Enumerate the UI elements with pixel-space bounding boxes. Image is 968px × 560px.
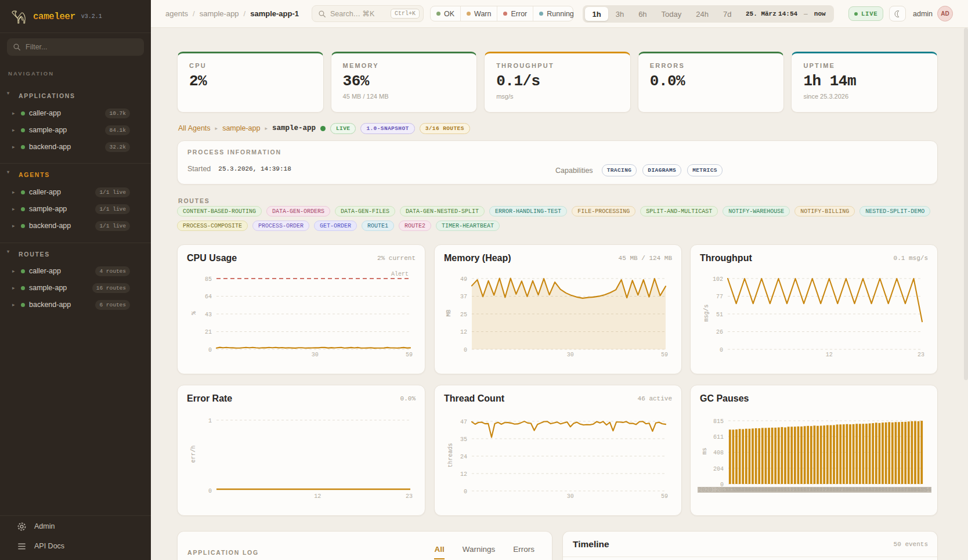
svg-text:30: 30 — [312, 352, 319, 358]
svg-text:102: 102 — [713, 276, 723, 283]
svg-text:0: 0 — [464, 347, 467, 353]
svg-text:0: 0 — [208, 347, 212, 353]
svg-text:1: 1 — [208, 418, 212, 424]
svg-text:51: 51 — [716, 312, 723, 318]
svg-text:43: 43 — [205, 312, 212, 318]
svg-text:815: 815 — [713, 418, 724, 425]
svg-text:23: 23 — [918, 352, 924, 358]
svg-text:0: 0 — [720, 347, 723, 353]
svg-text:35: 35 — [460, 436, 467, 443]
svg-text:12: 12 — [460, 329, 467, 335]
svg-text:4:5054: 4:5054 — [911, 487, 931, 493]
svg-text:12: 12 — [314, 493, 321, 500]
svg-text:49: 49 — [460, 276, 467, 283]
svg-text:21: 21 — [205, 329, 212, 335]
svg-text:26: 26 — [716, 329, 723, 335]
svg-text:37: 37 — [460, 294, 467, 300]
svg-text:77: 77 — [716, 294, 723, 300]
svg-text:12: 12 — [826, 352, 833, 358]
svg-text:85: 85 — [205, 276, 212, 283]
svg-text:0: 0 — [208, 488, 212, 494]
svg-text:24: 24 — [460, 454, 467, 460]
svg-text:47: 47 — [460, 419, 467, 425]
svg-text:Alert: Alert — [391, 271, 409, 277]
svg-text:30: 30 — [567, 352, 574, 358]
svg-text:23: 23 — [406, 493, 413, 500]
svg-text:2020:2020:25: 2020:2020:25 — [698, 487, 740, 493]
svg-text:59: 59 — [661, 352, 668, 358]
svg-text:204: 204 — [713, 466, 724, 472]
svg-text:59: 59 — [406, 352, 413, 358]
svg-text:408: 408 — [713, 450, 724, 456]
svg-text:59: 59 — [661, 493, 668, 500]
svg-text:30: 30 — [567, 493, 574, 500]
svg-text:64: 64 — [205, 294, 212, 300]
svg-text:25: 25 — [460, 312, 467, 318]
svg-text:611: 611 — [713, 434, 724, 440]
svg-text:0: 0 — [464, 489, 467, 495]
svg-text:12: 12 — [460, 471, 467, 478]
